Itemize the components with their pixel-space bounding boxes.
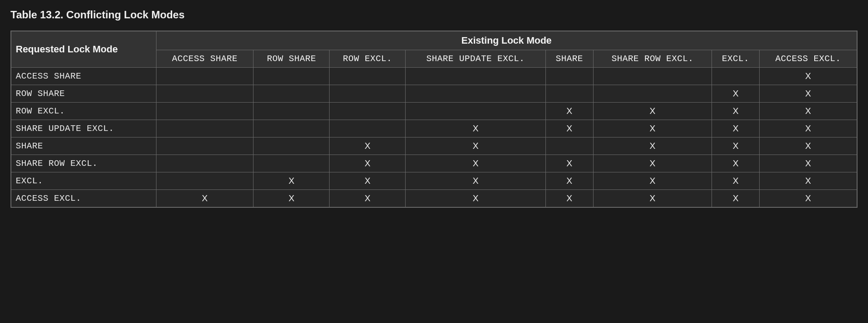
cell — [406, 85, 546, 103]
cell: X — [156, 190, 253, 208]
cell — [545, 85, 593, 103]
cell — [156, 155, 253, 172]
cell — [156, 68, 253, 85]
cell — [406, 68, 546, 85]
column-header: SHARE — [545, 50, 593, 68]
cell: X — [253, 190, 330, 208]
row-header: ROW SHARE — [11, 85, 156, 103]
cell: X — [593, 103, 712, 120]
column-header: ACCESS SHARE — [156, 50, 253, 68]
cell: X — [593, 155, 712, 172]
cell: X — [759, 85, 857, 103]
cell: X — [545, 155, 593, 172]
table-head: Requested Lock Mode Existing Lock Mode A… — [11, 31, 857, 68]
cell: X — [712, 190, 760, 208]
row-header: SHARE — [11, 137, 156, 155]
cell — [593, 68, 712, 85]
cell: X — [759, 68, 857, 85]
cell: X — [759, 120, 857, 137]
table-row: EXCL.XXXXXXX — [11, 172, 857, 190]
cell: X — [330, 137, 406, 155]
cell: X — [712, 120, 760, 137]
cell: X — [759, 137, 857, 155]
column-header: SHARE UPDATE EXCL. — [406, 50, 546, 68]
cell — [545, 137, 593, 155]
cell — [253, 103, 330, 120]
cell: X — [593, 172, 712, 190]
cell: X — [712, 155, 760, 172]
super-column-header: Existing Lock Mode — [156, 31, 857, 50]
table-row: SHAREXXXXX — [11, 137, 857, 155]
cell: X — [545, 103, 593, 120]
cell: X — [545, 120, 593, 137]
row-header: ACCESS SHARE — [11, 68, 156, 85]
table-row: SHARE ROW EXCL.XXXXXX — [11, 155, 857, 172]
cell — [156, 120, 253, 137]
cell — [253, 85, 330, 103]
cell: X — [593, 137, 712, 155]
cell — [156, 137, 253, 155]
row-header: EXCL. — [11, 172, 156, 190]
column-header: EXCL. — [712, 50, 760, 68]
cell: X — [406, 120, 546, 137]
cell: X — [406, 155, 546, 172]
cell: X — [712, 137, 760, 155]
table-row: ACCESS EXCL.XXXXXXXX — [11, 190, 857, 208]
cell: X — [545, 190, 593, 208]
cell: X — [406, 190, 546, 208]
cell — [253, 155, 330, 172]
cell: X — [406, 137, 546, 155]
cell — [330, 103, 406, 120]
cell — [593, 85, 712, 103]
cell — [253, 68, 330, 85]
row-header: ROW EXCL. — [11, 103, 156, 120]
row-header: ACCESS EXCL. — [11, 190, 156, 208]
table-row: ACCESS SHAREX — [11, 68, 857, 85]
cell: X — [406, 172, 546, 190]
cell: X — [712, 172, 760, 190]
cell: X — [759, 190, 857, 208]
cell: X — [759, 103, 857, 120]
row-header: SHARE UPDATE EXCL. — [11, 120, 156, 137]
table-row: ROW SHAREXX — [11, 85, 857, 103]
cell: X — [253, 172, 330, 190]
table-caption: Table 13.2. Conflicting Lock Modes — [10, 9, 858, 21]
cell — [330, 120, 406, 137]
cell: X — [330, 190, 406, 208]
cell — [330, 85, 406, 103]
cell — [156, 103, 253, 120]
cell: X — [759, 155, 857, 172]
cell: X — [593, 120, 712, 137]
cell: X — [545, 172, 593, 190]
table-body: ACCESS SHAREXROW SHAREXXROW EXCL.XXXXSHA… — [11, 68, 857, 208]
row-header: SHARE ROW EXCL. — [11, 155, 156, 172]
cell — [253, 137, 330, 155]
cell: X — [712, 103, 760, 120]
cell — [712, 68, 760, 85]
cell — [545, 68, 593, 85]
cell: X — [712, 85, 760, 103]
cell — [156, 85, 253, 103]
cell — [253, 120, 330, 137]
table-row: SHARE UPDATE EXCL.XXXXX — [11, 120, 857, 137]
column-header: SHARE ROW EXCL. — [593, 50, 712, 68]
cell — [406, 103, 546, 120]
cell: X — [330, 155, 406, 172]
cell: X — [759, 172, 857, 190]
corner-header: Requested Lock Mode — [11, 31, 156, 68]
table-row: ROW EXCL.XXXX — [11, 103, 857, 120]
cell — [156, 172, 253, 190]
column-header: ROW SHARE — [253, 50, 330, 68]
cell: X — [330, 172, 406, 190]
cell: X — [593, 190, 712, 208]
cell — [330, 68, 406, 85]
column-header: ROW EXCL. — [330, 50, 406, 68]
column-header: ACCESS EXCL. — [759, 50, 857, 68]
lock-mode-table: Requested Lock Mode Existing Lock Mode A… — [10, 31, 858, 208]
